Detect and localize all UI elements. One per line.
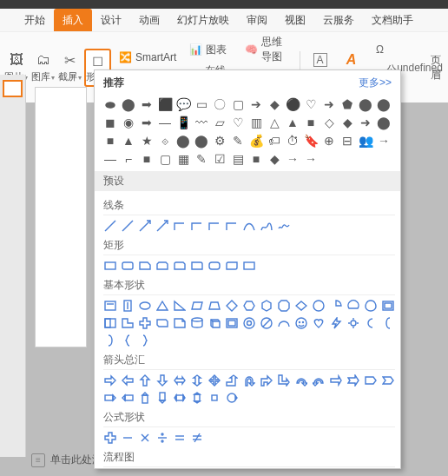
recent-shape-0[interactable]: ⬬: [103, 97, 117, 111]
recent-shape-5[interactable]: ▭: [194, 97, 208, 111]
recent-shape-12[interactable]: ➜: [322, 97, 336, 111]
shape-chord[interactable]: [346, 299, 360, 313]
shape-cube[interactable]: [208, 316, 221, 330]
recent-shape-8[interactable]: ➔: [249, 97, 263, 111]
shape-sun[interactable]: [346, 316, 360, 330]
shape-lb[interactable]: [381, 316, 395, 330]
recent-shape-19[interactable]: —: [158, 116, 172, 129]
recent-shape-45[interactable]: ⊟: [340, 134, 354, 148]
recent-shape-20[interactable]: 📱: [176, 116, 190, 129]
recent-shape-50[interactable]: ■: [140, 152, 154, 166]
mindmap-button[interactable]: 🧠思维导图: [240, 32, 294, 67]
slide-thumb-1[interactable]: [3, 80, 23, 97]
recent-shape-39[interactable]: ✎: [231, 134, 245, 148]
shape-lua[interactable]: [260, 374, 273, 387]
recent-shape-13[interactable]: ⬟: [340, 97, 354, 111]
recent-shape-36[interactable]: ⬤: [176, 134, 190, 148]
shape-quad[interactable]: [208, 374, 221, 387]
shape-round1[interactable]: [190, 259, 204, 273]
shape-fold[interactable]: [173, 316, 187, 330]
more-link[interactable]: 更多>>: [359, 76, 392, 90]
recent-shape-49[interactable]: ⌐: [122, 152, 135, 166]
shape-cra[interactable]: [294, 374, 308, 387]
recent-shape-44[interactable]: ⊕: [322, 134, 336, 148]
shape-lra[interactable]: [173, 374, 187, 387]
shape-textbox[interactable]: [103, 299, 117, 313]
shape-tear[interactable]: [364, 299, 378, 313]
shape-curve[interactable]: [242, 219, 256, 233]
recent-shape-6[interactable]: 〇: [213, 97, 227, 111]
shape-trap[interactable]: [208, 299, 221, 313]
shape-mult[interactable]: [138, 431, 152, 445]
recent-shape-29[interactable]: ◆: [340, 116, 354, 129]
recent-shape-38[interactable]: ⚙: [213, 134, 227, 148]
tab-云服务[interactable]: 云服务: [314, 9, 363, 31]
shape-cla[interactable]: [312, 374, 326, 387]
shape-snipround[interactable]: [173, 259, 187, 273]
shape-quad2[interactable]: [208, 391, 221, 405]
shape-arrow[interactable]: [138, 219, 152, 233]
shape-diamond[interactable]: [225, 299, 239, 313]
shape-dodec[interactable]: [312, 299, 326, 313]
shape-dac[interactable]: [155, 391, 169, 405]
recent-shape-43[interactable]: 🔖: [304, 134, 318, 148]
recent-shape-55[interactable]: ▤: [231, 152, 245, 166]
notes-icon[interactable]: ≡: [31, 453, 45, 467]
shape-elbow[interactable]: [190, 219, 204, 233]
smartart-button[interactable]: 🔀SmartArt: [113, 48, 181, 67]
shape-lrac[interactable]: [173, 391, 187, 405]
tab-审阅[interactable]: 审阅: [238, 9, 276, 31]
shape-chev[interactable]: [381, 374, 395, 387]
recent-shape-14[interactable]: ⬤: [359, 97, 372, 111]
shape-plus[interactable]: [138, 316, 152, 330]
shape-snip1[interactable]: [138, 259, 152, 273]
recent-shape-56[interactable]: ■: [249, 152, 263, 166]
shape-para[interactable]: [190, 299, 204, 313]
recent-shape-25[interactable]: △: [267, 116, 281, 129]
shape-round2[interactable]: [208, 259, 221, 273]
recent-shape-31[interactable]: ⬤: [377, 116, 391, 129]
shape-uac[interactable]: [138, 391, 152, 405]
recent-shape-51[interactable]: ▢: [158, 152, 172, 166]
shape-circa[interactable]: [225, 391, 239, 405]
shape-elbow[interactable]: [208, 219, 221, 233]
recent-shape-42[interactable]: ⏱: [286, 134, 300, 148]
shape-nosign[interactable]: [260, 316, 273, 330]
shape-smile[interactable]: [294, 316, 308, 330]
recent-shape-37[interactable]: ⬤: [194, 134, 208, 148]
shape-neq[interactable]: [190, 431, 204, 445]
shape-textboxv[interactable]: [121, 299, 135, 313]
shape-half[interactable]: [103, 316, 117, 330]
shape-hept[interactable]: [260, 299, 273, 313]
shape-scribble[interactable]: [277, 219, 291, 233]
tab-幻灯片放映[interactable]: 幻灯片放映: [168, 9, 238, 31]
symbol-button[interactable]: Ω: [368, 40, 406, 59]
shape-uda[interactable]: [190, 374, 204, 387]
shape-snip2[interactable]: [155, 259, 169, 273]
recent-shape-28[interactable]: ◇: [322, 116, 336, 129]
shape-pie[interactable]: [329, 299, 343, 313]
shape-da[interactable]: [155, 374, 169, 387]
recent-shape-4[interactable]: 💬: [176, 97, 190, 111]
shape-oval[interactable]: [138, 299, 152, 313]
recent-shape-11[interactable]: ♡: [304, 97, 318, 111]
slide-thumbnails[interactable]: [0, 75, 26, 457]
recent-shape-33[interactable]: ▲: [122, 134, 135, 148]
shape-sra[interactable]: [329, 374, 343, 387]
shape-arc[interactable]: [277, 316, 291, 330]
recent-shape-40[interactable]: 💰: [249, 134, 263, 148]
shape-frame[interactable]: [381, 299, 395, 313]
shape-rcb[interactable]: [138, 334, 152, 347]
recent-shape-54[interactable]: ☑: [213, 152, 227, 166]
recent-shape-18[interactable]: ➡: [140, 116, 154, 129]
shape-line[interactable]: [103, 219, 117, 233]
shape-donut[interactable]: [242, 316, 256, 330]
shape-la[interactable]: [121, 374, 135, 387]
shape-nra[interactable]: [346, 374, 360, 387]
shape-elbow[interactable]: [225, 219, 239, 233]
shape-hex[interactable]: [242, 299, 256, 313]
recent-shape-59[interactable]: →: [304, 152, 318, 166]
shape-rtri[interactable]: [173, 299, 187, 313]
recent-shape-52[interactable]: ▦: [176, 152, 190, 166]
shape-ua[interactable]: [138, 374, 152, 387]
